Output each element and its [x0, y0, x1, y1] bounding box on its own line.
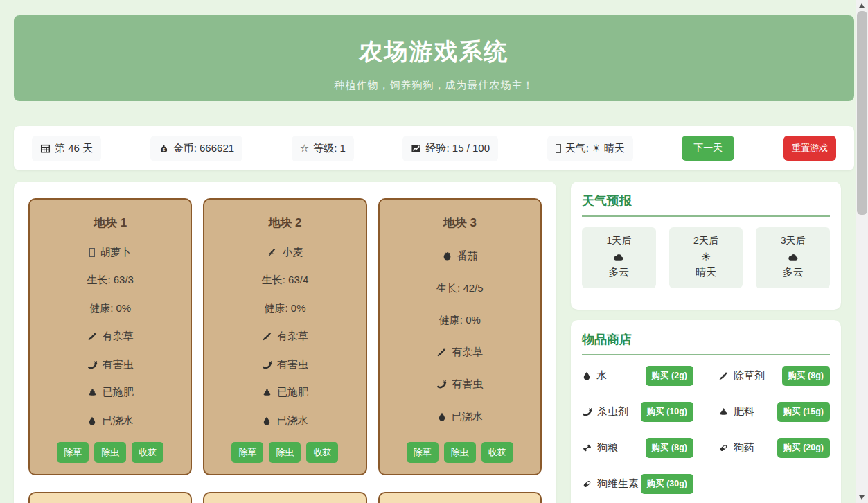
forecast-weather-text: 多云 — [582, 266, 656, 279]
plot-status: 有杂草 — [262, 330, 308, 343]
next-day-button[interactable]: 下一天 — [682, 136, 734, 161]
page-title: 农场游戏系统 — [14, 15, 854, 68]
forecast-row: 1天后多云2天后☀晴天3天后多云 — [582, 227, 830, 288]
cloud-icon — [612, 252, 625, 263]
water-drop-icon — [582, 371, 592, 381]
plot-status-text: 有杂草 — [103, 330, 134, 343]
shop-item-name: 肥料 — [718, 405, 754, 418]
shop-item: 水购买 (2g) — [582, 366, 693, 386]
shop-item-label: 狗药 — [734, 441, 754, 455]
weather-forecast-panel: 天气预报 1天后多云2天后☀晴天3天后多云 — [571, 182, 841, 310]
cloud-icon — [787, 252, 799, 263]
plot-status-text: 已浇水 — [276, 414, 308, 427]
shop-item-label: 肥料 — [734, 405, 754, 418]
weed-icon — [436, 347, 447, 358]
plot-action-button[interactable]: 收获 — [306, 442, 338, 463]
plot-card: 地块 5 — [203, 492, 366, 503]
coins-label: 金币: 666621 — [173, 142, 234, 155]
water-drop-icon — [87, 416, 97, 426]
plot-card: 地块 2小麦生长: 63/4健康: 0%有杂草有害虫已施肥已浇水除草除虫收获 — [203, 198, 366, 475]
forecast-card: 3天后多云 — [756, 227, 830, 288]
shop-item-name: 狗粮 — [582, 441, 618, 455]
plot-status-text: 已浇水 — [102, 414, 133, 427]
water-drop-icon — [262, 416, 272, 426]
shop-item-name: 狗维生素 — [582, 477, 639, 491]
plot-action-button[interactable]: 收获 — [481, 442, 513, 463]
plot-status-text: 有害虫 — [452, 378, 483, 391]
weather-label: 天气: ☀ 晴天 — [565, 142, 625, 155]
plot-crop-name: 胡萝卜 — [100, 246, 131, 259]
plot-action-button[interactable]: 收获 — [132, 442, 163, 463]
shop-item-label: 杀虫剂 — [597, 405, 628, 418]
plot-status: 有害虫 — [436, 378, 483, 391]
pill-icon — [582, 479, 592, 489]
plot-status: 已施肥 — [87, 386, 134, 399]
plot-crop: 胡萝卜 — [89, 246, 131, 259]
plot-action-button[interactable]: 除草 — [57, 442, 89, 463]
calendar-icon — [40, 143, 51, 154]
plot-crop-name: 番茄 — [457, 249, 478, 263]
weed-icon — [87, 331, 98, 342]
buy-button[interactable]: 购买 (30g) — [641, 474, 693, 494]
forecast-day-label: 3天后 — [756, 235, 830, 247]
tofu-box-icon — [89, 248, 95, 257]
plot-status: 有害虫 — [262, 358, 308, 371]
coins-badge: $ 金币: 666621 — [150, 136, 242, 161]
shop-item-name: 杀虫剂 — [582, 405, 628, 418]
bug-icon — [87, 360, 98, 370]
buy-button[interactable]: 购买 (10g) — [641, 402, 693, 422]
forecast-icon-wrap — [582, 251, 656, 263]
buy-button[interactable]: 购买 (2g) — [646, 366, 693, 386]
forecast-icon-wrap — [756, 251, 830, 263]
plot-status: 已浇水 — [262, 414, 308, 427]
plot-action-button[interactable]: 除草 — [231, 442, 263, 463]
day-label: 第 46 天 — [55, 142, 93, 155]
plot-growth: 生长: 42/5 — [436, 282, 484, 295]
buy-button[interactable]: 购买 (20g) — [777, 438, 830, 458]
plot-title: 地块 3 — [443, 209, 477, 231]
scrollbar-thumb[interactable] — [857, 11, 867, 215]
plot-action-button[interactable]: 除虫 — [269, 442, 301, 463]
plot-action-button[interactable]: 除虫 — [94, 442, 126, 463]
plot-status-text: 已施肥 — [277, 386, 308, 399]
weed-icon — [262, 331, 272, 342]
buy-button[interactable]: 购买 (8g) — [782, 366, 830, 386]
plot-status-text: 已施肥 — [103, 386, 134, 399]
forecast-weather-text: 晴天 — [669, 266, 743, 279]
plot-status-text: 有杂草 — [277, 330, 308, 343]
forecast-icon-wrap: ☀ — [669, 251, 743, 263]
shop-item-label: 狗粮 — [597, 441, 618, 455]
forecast-day-label: 2天后 — [669, 235, 743, 247]
shop-item-label: 除草剂 — [734, 369, 765, 382]
shop-item: 杀虫剂购买 (10g) — [582, 402, 693, 422]
day-badge: 第 46 天 — [32, 136, 101, 161]
plot-status-text: 已浇水 — [452, 410, 483, 423]
scrollbar[interactable] — [856, 0, 868, 503]
plot-action-button[interactable]: 除虫 — [444, 442, 476, 463]
plot-card: 地块 3番茄生长: 42/5健康: 0%有杂草有害虫已浇水除草除虫收获 — [378, 198, 542, 475]
scrollbar-up-arrow-icon[interactable] — [859, 3, 865, 8]
plot-status: 有杂草 — [436, 346, 483, 359]
shop-item-name: 水 — [582, 369, 607, 382]
shop-item: 狗粮购买 (8g) — [582, 438, 693, 458]
bug-icon — [436, 379, 447, 389]
plot-status: 已浇水 — [437, 410, 483, 423]
exp-label: 经验: 15 / 100 — [425, 142, 490, 155]
buy-button[interactable]: 购买 (8g) — [646, 438, 693, 458]
wheat-icon — [267, 247, 277, 258]
plot-crop-name: 小麦 — [282, 246, 303, 259]
shop-item: 狗药购买 (20g) — [718, 438, 830, 458]
shop-item: 除草剂购买 (8g) — [718, 366, 830, 386]
item-shop-panel: 物品商店 水购买 (2g)除草剂购买 (8g)杀虫剂购买 (10g)肥料购买 (… — [571, 320, 841, 503]
plot-actions: 除草除虫收获 — [407, 442, 513, 463]
plot-health: 健康: 0% — [89, 302, 131, 315]
plot-action-button[interactable]: 除草 — [407, 442, 439, 463]
status-bar: 第 46 天 $ 金币: 666621 ☆ 等级: 1 经验: 15 / 100… — [14, 126, 854, 170]
shop-item-label: 狗维生素 — [597, 477, 639, 491]
plot-status: 已浇水 — [87, 414, 133, 427]
plot-actions: 除草除虫收获 — [57, 442, 163, 463]
buy-button[interactable]: 购买 (15g) — [777, 402, 830, 422]
reset-game-button[interactable]: 重置游戏 — [783, 136, 836, 161]
bone-icon — [582, 443, 592, 453]
scrollbar-down-arrow-icon[interactable] — [859, 495, 865, 500]
